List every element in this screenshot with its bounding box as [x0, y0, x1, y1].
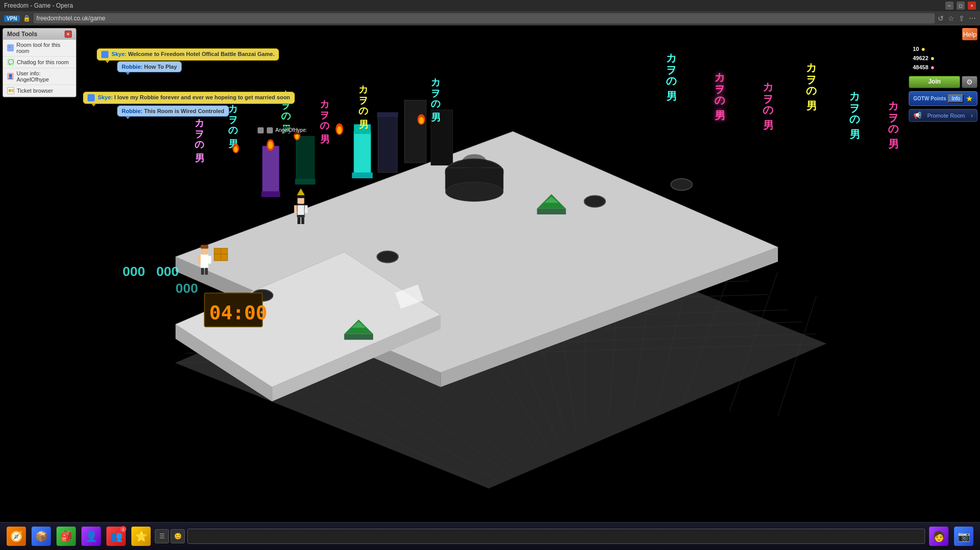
- message-1: Welcome to Freedom Hotel Offical Battle …: [128, 51, 274, 57]
- svg-point-65: [445, 182, 503, 202]
- svg-point-40: [377, 251, 399, 263]
- bookmark-icon[interactable]: ☆: [948, 14, 955, 22]
- chat-controls: ☰ 😊: [155, 529, 185, 543]
- coin-count: 10: [913, 46, 919, 52]
- currency-coin-icon: ●: [931, 54, 935, 62]
- maximize-button[interactable]: □: [957, 2, 965, 10]
- svg-rect-99: [294, 205, 297, 213]
- title-bar: Freedom - Game - Opera − □ ×: [0, 0, 980, 11]
- toolbar-friends[interactable]: 👥 1: [105, 525, 127, 547]
- mod-tool-chatlog[interactable]: 💬 Chatlog for this room: [3, 57, 76, 68]
- svg-text:000: 000: [176, 281, 198, 296]
- toolbar-avatar-editor[interactable]: 🧑: [928, 525, 950, 547]
- svg-rect-61: [344, 334, 373, 340]
- svg-rect-97: [297, 217, 300, 224]
- svg-rect-105: [205, 268, 208, 274]
- gems-row: 48458 ●: [913, 63, 973, 71]
- svg-rect-55: [404, 100, 426, 163]
- sender-1: Skye:: [111, 51, 128, 57]
- vpn-badge[interactable]: VPN: [4, 15, 20, 22]
- sender-icon-3: [88, 94, 95, 101]
- svg-rect-106: [198, 256, 201, 263]
- mod-tool-ticket[interactable]: 🎫 Ticket browser: [3, 85, 76, 97]
- svg-rect-56: [431, 110, 453, 166]
- gotw-info-button[interactable]: Info: [948, 94, 964, 103]
- mod-tool-user-info[interactable]: 👤 User info: AngelOfhype: [3, 68, 76, 85]
- chat-bubble-4: Robbie: This Room is Wired Controled: [117, 105, 229, 117]
- toolbar-catalog[interactable]: 📦: [30, 525, 52, 547]
- room-tool-icon: 🔧: [7, 44, 14, 51]
- coin-count-row: 10 ●: [913, 45, 973, 53]
- sender-icon-1: [101, 51, 108, 58]
- join-settings-row: Join ⚙: [909, 76, 977, 88]
- reload-icon[interactable]: ↺: [938, 14, 944, 22]
- toolbar-inventory[interactable]: 🎒: [55, 525, 77, 547]
- chat-style-button[interactable]: ☰: [155, 529, 169, 543]
- close-button[interactable]: ×: [968, 2, 976, 10]
- chat-bubble-1: Skye: Welcome to Freedom Hotel Offical B…: [97, 48, 279, 61]
- svg-point-52: [268, 141, 273, 149]
- svg-point-66: [462, 154, 486, 169]
- svg-text:04:00: 04:00: [209, 301, 267, 324]
- coin-icon: ●: [921, 45, 925, 53]
- settings-button[interactable]: ⚙: [962, 76, 977, 88]
- help-button[interactable]: Help: [962, 28, 977, 40]
- window-title: Freedom - Game - Opera: [4, 2, 945, 9]
- chat-emoji-button[interactable]: 😊: [171, 529, 185, 543]
- gotw-panel: GOTW Points Info ★: [909, 91, 977, 106]
- gotw-star-icon: ★: [966, 94, 973, 103]
- message-4: This Room is Wired Controled: [144, 108, 225, 114]
- svg-rect-48: [377, 112, 399, 117]
- avatar-icon: 👤: [81, 527, 101, 546]
- message-3: I love my Robbie forever and ever we hop…: [114, 94, 290, 100]
- chatlog-label: Chatlog for this room: [17, 59, 69, 65]
- player-nametag: AngelOfHype:: [255, 126, 310, 134]
- svg-rect-58: [537, 209, 566, 214]
- svg-rect-49: [262, 146, 279, 195]
- help-label: Help: [963, 31, 977, 38]
- svg-point-42: [671, 179, 692, 190]
- svg-rect-53: [296, 136, 314, 182]
- achievements-icon: ⭐: [131, 527, 151, 546]
- inventory-icon: 🎒: [57, 527, 76, 546]
- coins-row: 49622 ●: [913, 54, 973, 62]
- share-icon[interactable]: ⇪: [959, 14, 965, 22]
- svg-rect-107: [208, 256, 211, 263]
- svg-point-82: [337, 126, 342, 134]
- coins-value: 49622: [913, 55, 929, 61]
- svg-text:000: 000: [156, 264, 179, 279]
- currency-panel: 10 ● 49622 ● 48458 ●: [909, 43, 977, 73]
- nametag-text: AngelOfHype:: [275, 127, 307, 133]
- settings-icon[interactable]: ⋯: [969, 14, 976, 22]
- sender-4: Robbie:: [122, 108, 144, 114]
- top-right-controls: Help: [909, 28, 977, 40]
- svg-rect-44: [354, 131, 371, 175]
- join-button[interactable]: Join: [909, 76, 960, 88]
- toolbar-camera[interactable]: 📷: [953, 525, 975, 547]
- mod-tool-room[interactable]: 🔧 Room tool for this room: [3, 40, 76, 57]
- svg-rect-46: [352, 173, 373, 178]
- gotw-label: GOTW Points: [913, 96, 946, 101]
- nametag-icon: [267, 127, 273, 133]
- promote-icon: 📢: [913, 112, 921, 119]
- chat-input-area: ☰ 😊: [155, 529, 925, 544]
- room-tool-label: Room tool for this room: [16, 42, 72, 54]
- chat-bubble-3: Skye: I love my Robbie forever and ever …: [83, 92, 295, 104]
- svg-rect-45: [354, 124, 371, 134]
- address-bar: VPN 🔒 ↺ ☆ ⇪ ⋯: [0, 11, 980, 25]
- chat-bubble-2: Robbie: How To Play: [117, 61, 182, 72]
- minimize-button[interactable]: −: [945, 2, 954, 10]
- ticket-label: Ticket browser: [17, 88, 53, 94]
- url-input[interactable]: [34, 13, 935, 23]
- friends-badge: 1: [120, 526, 126, 532]
- svg-rect-100: [305, 205, 308, 213]
- chat-input[interactable]: [187, 529, 925, 544]
- svg-rect-103: [201, 245, 208, 249]
- sender-3: Skye:: [98, 94, 114, 100]
- gems-value: 48458: [913, 64, 929, 70]
- promote-panel[interactable]: 📢 Promote Room ›: [909, 109, 977, 122]
- toolbar-avatar[interactable]: 👤: [80, 525, 102, 547]
- toolbar-achievements[interactable]: ⭐: [130, 525, 152, 547]
- mod-tools-close-button[interactable]: ×: [65, 31, 72, 38]
- toolbar-navigator[interactable]: 🧭: [5, 525, 27, 547]
